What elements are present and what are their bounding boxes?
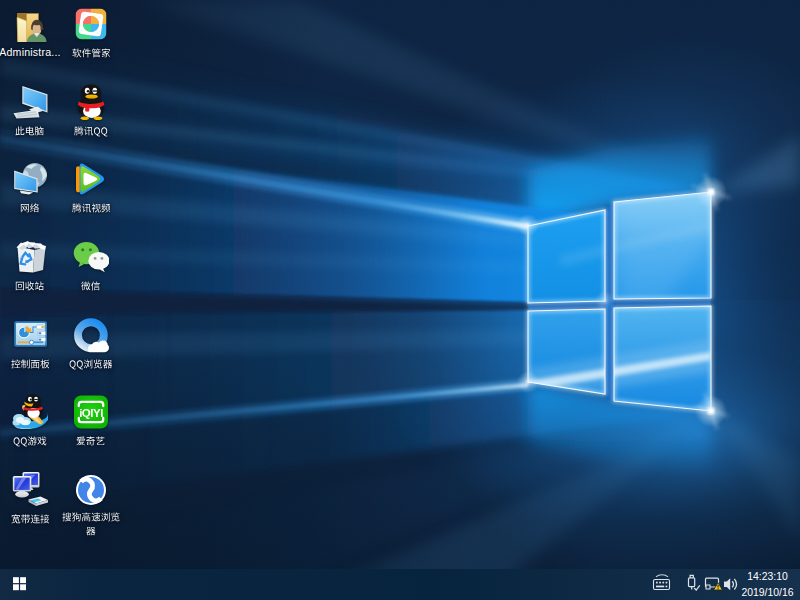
svg-text:2019/10/16: 2019/10/16 xyxy=(741,587,793,598)
svg-text:14:23:10: 14:23:10 xyxy=(747,571,788,582)
svg-text:iQIYI: iQIYI xyxy=(79,407,103,419)
